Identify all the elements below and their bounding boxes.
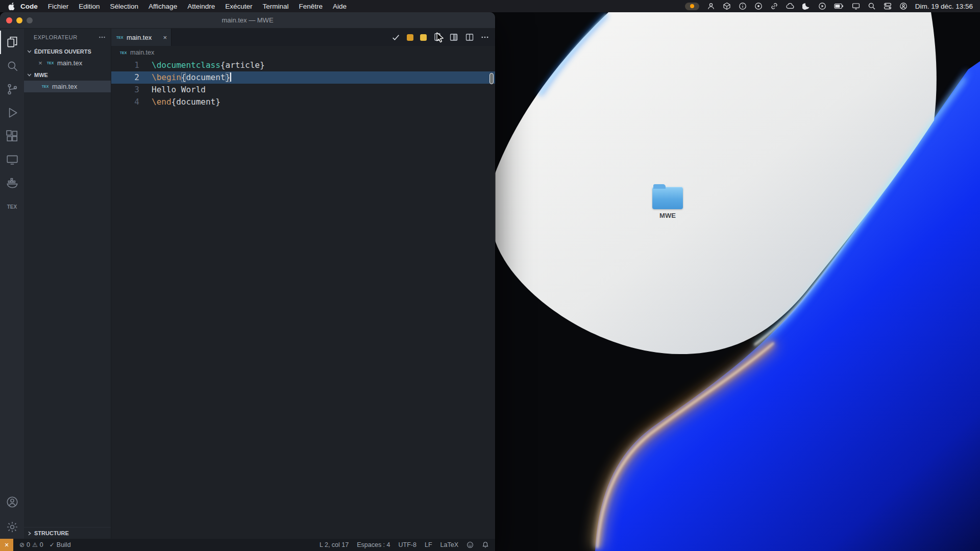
line-content: \end{document} — [139, 96, 220, 108]
feedback-smiley-icon[interactable] — [467, 541, 474, 548]
editor-group: TEX main.tex × — [111, 29, 495, 539]
play-circle-icon[interactable] — [818, 2, 826, 10]
menubar-items: CodeFichierEditionSélectionAffichageAtte… — [20, 3, 347, 10]
menubar-status-icons: Dim. 19 déc. 13:56 — [685, 2, 980, 10]
desktop-folder-mwe[interactable]: MWE — [652, 187, 683, 219]
encoding-status[interactable]: UTF-8 — [399, 541, 416, 548]
indentation-status[interactable]: Espaces : 4 — [357, 541, 390, 548]
moon-icon[interactable] — [802, 2, 811, 10]
menubar-item-terminal[interactable]: Terminal — [262, 3, 288, 10]
code-line-2[interactable]: 2\begin{document} — [111, 71, 495, 84]
recording-dot-icon — [690, 4, 694, 8]
menubar-item-affichage[interactable]: Affichage — [149, 3, 177, 10]
activity-remote-icon[interactable] — [0, 148, 24, 171]
menubar-item-atteindre[interactable]: Atteindre — [187, 3, 215, 10]
build-check-icon[interactable] — [391, 33, 400, 42]
problems-status[interactable]: ⊘ 0 ⚠ 0 — [19, 541, 43, 548]
close-window-button[interactable] — [6, 17, 12, 23]
latex-recipe-icon[interactable] — [407, 34, 413, 41]
overview-cursor-marker — [489, 73, 494, 84]
activity-run-debug-icon[interactable] — [0, 101, 24, 124]
open-changes-icon[interactable] — [449, 33, 458, 42]
open-editors-label: ÉDITEURS OUVERTS — [34, 48, 91, 55]
check-icon: ✓ — [50, 541, 55, 548]
notifications-bell-icon[interactable] — [482, 541, 489, 548]
tex-badge-text: TEX — [7, 204, 17, 210]
breadcrumb[interactable]: TEX main.tex — [111, 46, 495, 59]
menubar-item-code[interactable]: Code — [20, 3, 38, 10]
build-label: Build — [57, 541, 71, 548]
line-content: \documentclass{article} — [139, 59, 265, 71]
zoom-window-button[interactable] — [27, 17, 33, 23]
menubar-item-edition[interactable]: Edition — [79, 3, 100, 10]
remote-indicator[interactable]: ✕ — [0, 539, 13, 551]
view-pdf-icon[interactable] — [433, 33, 443, 42]
info-icon[interactable] — [739, 2, 747, 10]
activity-docker-icon[interactable] — [0, 171, 24, 195]
user-icon[interactable] — [707, 2, 715, 10]
explorer-sidebar: EXPLORATEUR ÉDITEURS OUVERTS × TEX main.… — [24, 29, 111, 539]
cloud-icon[interactable] — [786, 2, 795, 10]
tab-main-tex[interactable]: TEX main.tex × — [111, 29, 172, 46]
link-icon[interactable] — [770, 2, 778, 10]
breadcrumb-file: main.tex — [130, 49, 154, 56]
latex-badge-icon[interactable] — [420, 34, 427, 41]
chevron-down-icon — [27, 72, 32, 78]
eol-status[interactable]: LF — [425, 541, 432, 548]
activity-account-icon[interactable] — [0, 492, 24, 515]
menubar-item-selection[interactable]: Sélection — [110, 3, 139, 10]
window-titlebar[interactable]: main.tex — MWE — [0, 12, 495, 29]
tab-close-icon[interactable]: × — [163, 34, 167, 41]
traffic-lights — [0, 17, 33, 23]
activity-extensions-icon[interactable] — [0, 124, 24, 148]
editor-more-actions-icon[interactable] — [481, 33, 489, 41]
language-mode-status[interactable]: LaTeX — [440, 541, 458, 548]
section-open-editors[interactable]: ÉDITEURS OUVERTS — [24, 45, 111, 57]
control-center-icon[interactable] — [884, 2, 892, 10]
code-line-3[interactable]: 3Hello World — [111, 84, 495, 96]
activity-settings-icon[interactable] — [0, 515, 24, 539]
split-editor-icon[interactable] — [465, 33, 474, 42]
tree-item-main-tex[interactable]: TEX main.tex — [24, 81, 111, 92]
cursor-position-status[interactable]: L 2, col 17 — [320, 541, 349, 548]
activity-latex-icon[interactable]: TEX — [0, 195, 24, 218]
vscode-window: main.tex — MWE — [0, 12, 495, 551]
section-structure[interactable]: STRUCTURE — [24, 527, 111, 539]
folder-icon[interactable] — [652, 187, 683, 209]
menubar-item-aide[interactable]: Aide — [333, 3, 347, 10]
code-line-1[interactable]: 1\documentclass{article} — [111, 59, 495, 71]
code-line-4[interactable]: 4\end{document} — [111, 96, 495, 108]
section-folder-mwe[interactable]: MWE — [24, 69, 111, 81]
macos-menubar: CodeFichierEditionSélectionAffichageAtte… — [0, 0, 980, 12]
sidebar-more-actions-icon[interactable] — [99, 34, 106, 41]
editor-actions — [391, 29, 495, 46]
folder-section-label: MWE — [34, 72, 48, 78]
battery-icon[interactable] — [834, 3, 844, 9]
minimize-window-button[interactable] — [16, 17, 22, 23]
code-editor[interactable]: 1\documentclass{article}2\begin{document… — [111, 59, 495, 539]
open-editor-item-main-tex[interactable]: × TEX main.tex — [24, 57, 111, 69]
line-number: 1 — [111, 59, 139, 71]
latex-build-status[interactable]: ✓ Build — [50, 541, 71, 548]
tex-file-icon: TEX — [119, 49, 128, 56]
record-circle-icon[interactable] — [754, 2, 763, 10]
chevron-right-icon — [27, 531, 32, 536]
screen-recording-indicator[interactable] — [685, 3, 699, 10]
menubar-item-fenetre[interactable]: Fenêtre — [299, 3, 323, 10]
text-caret — [230, 72, 231, 82]
fast-user-switch-icon[interactable] — [899, 2, 908, 10]
line-content: Hello World — [139, 84, 206, 96]
activity-search-icon[interactable] — [0, 54, 24, 78]
spotlight-search-icon[interactable] — [868, 2, 876, 10]
activity-explorer-icon[interactable] — [0, 31, 24, 54]
display-icon[interactable] — [852, 2, 860, 10]
cube-icon[interactable] — [723, 2, 731, 10]
activity-source-control-icon[interactable] — [0, 78, 24, 101]
code-lines: 1\documentclass{article}2\begin{document… — [111, 59, 495, 108]
errors-count: 0 — [27, 541, 30, 548]
menubar-clock[interactable]: Dim. 19 déc. 13:56 — [915, 3, 973, 10]
menubar-item-fichier[interactable]: Fichier — [48, 3, 69, 10]
close-icon[interactable]: × — [37, 59, 43, 67]
menubar-item-executer[interactable]: Exécuter — [225, 3, 252, 10]
apple-menu-icon[interactable] — [0, 2, 20, 10]
